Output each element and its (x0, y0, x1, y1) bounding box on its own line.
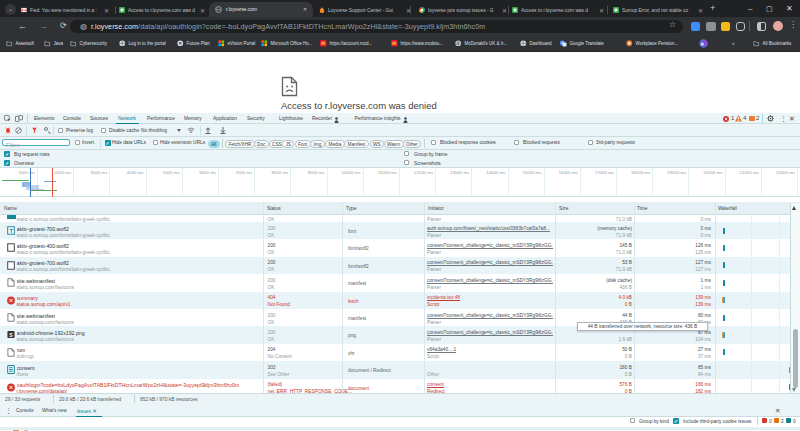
svg-text:S: S (9, 332, 13, 338)
svg-text:T: T (9, 227, 13, 234)
